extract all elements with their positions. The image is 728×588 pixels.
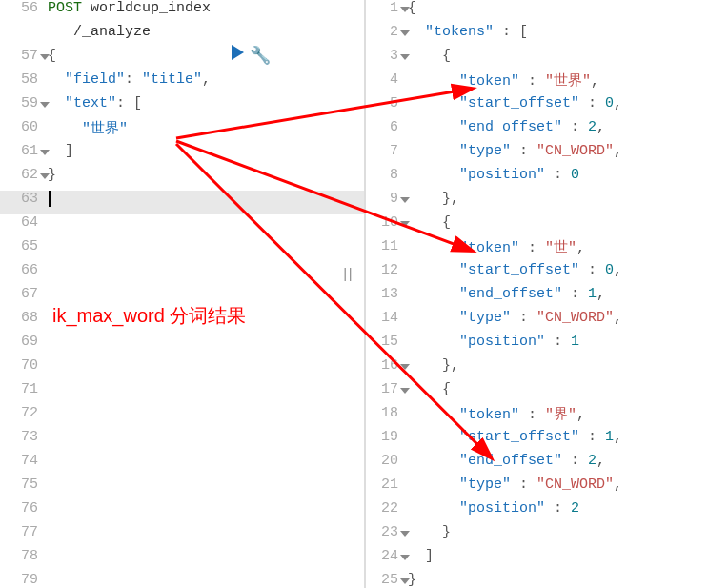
fold-icon[interactable] bbox=[400, 7, 410, 12]
request-editor[interactable]: 56 POST worldcup_index /_analyze 57 { 58… bbox=[0, 0, 364, 588]
wrench-icon[interactable]: 🔧 bbox=[250, 45, 271, 66]
line-number: 56 bbox=[0, 0, 48, 24]
response-viewer[interactable]: 1{ 2 "tokens" : [ 3 { 4 "token" : "世界", … bbox=[364, 0, 728, 588]
editor-split: 56 POST worldcup_index /_analyze 57 { 58… bbox=[0, 0, 728, 588]
fold-icon[interactable] bbox=[40, 102, 50, 108]
play-icon[interactable] bbox=[232, 45, 244, 60]
line-number: 57 bbox=[0, 48, 48, 71]
annotation-label: ik_max_word 分词结果 bbox=[52, 303, 246, 329]
line-number: 63 bbox=[0, 191, 48, 214]
fold-icon[interactable] bbox=[400, 531, 410, 537]
fold-icon[interactable] bbox=[40, 150, 50, 155]
fold-icon[interactable] bbox=[400, 197, 410, 203]
fold-icon[interactable] bbox=[400, 364, 410, 370]
fold-icon[interactable] bbox=[400, 388, 410, 394]
line-number: 60 bbox=[0, 119, 48, 143]
fold-icon[interactable] bbox=[400, 555, 410, 560]
line-number: 59 bbox=[0, 95, 48, 119]
fold-icon[interactable] bbox=[400, 54, 410, 60]
fold-icon[interactable] bbox=[40, 54, 50, 60]
fold-icon[interactable] bbox=[400, 578, 410, 584]
line-number: 61 bbox=[0, 143, 48, 167]
line-number: 62 bbox=[0, 167, 48, 191]
fold-icon[interactable] bbox=[400, 221, 410, 227]
fold-icon[interactable] bbox=[400, 30, 410, 36]
code-line[interactable]: POST worldcup_index bbox=[48, 0, 364, 24]
splitter-handle-icon[interactable]: || bbox=[341, 267, 352, 282]
fold-icon[interactable] bbox=[40, 173, 50, 179]
line-number: 58 bbox=[0, 71, 48, 95]
request-actions: 🔧 bbox=[232, 45, 271, 66]
